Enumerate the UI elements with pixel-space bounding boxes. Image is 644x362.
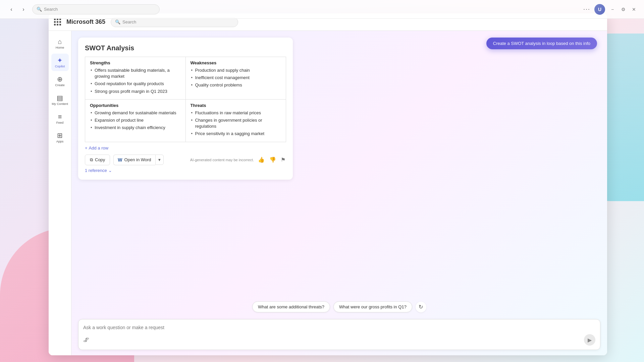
swot-weaknesses-cell: Weaknesses Production and supply chain I… [185,57,286,100]
chat-input[interactable] [83,323,595,331]
paperclip-icon: 🖇 [83,337,89,343]
my-content-icon: ▤ [57,95,63,101]
list-item: Quality control problems [191,82,281,88]
add-row-button[interactable]: + Add a row [85,145,286,150]
apps-icon: ⊞ [57,132,63,139]
copilot-icon: ✦ [57,57,63,64]
chevron-down-icon: ⌄ [108,168,112,173]
list-item: Good reputation for quality products [90,81,181,87]
sidebar-label-copilot: Copilot [55,64,65,68]
thumbs-up-button[interactable]: 👍 [257,156,265,164]
sidebar-label-my-content: My Content [52,102,68,106]
list-item: Investment in supply chain efficiency [90,125,181,131]
thumbs-down-button[interactable]: 👎 [269,156,277,164]
card-actions: ⧉ Copy W Open in Word ▾ AI- [85,155,286,165]
swot-opportunities-cell: Opportunities Growing demand for sustain… [85,99,186,142]
reference-section[interactable]: 1 reference ⌄ [85,168,286,173]
sidebar-item-home[interactable]: ⌂ Home [51,35,69,52]
list-item: Inefficient cost management [191,75,281,81]
search-icon: 🔍 [115,19,120,24]
sidebar-item-feed[interactable]: ≡ Feed [51,110,69,127]
sidebar: ⌂ Home ✦ Copilot ⊕ Create ▤ My Content ≡… [49,31,71,355]
forward-button[interactable]: › [19,5,28,14]
chat-input-footer: 🖇 ▶ [83,334,595,346]
copy-icon: ⧉ [90,157,93,163]
sidebar-label-feed: Feed [56,121,64,124]
browser-search-text: Search [44,7,58,12]
sidebar-item-apps[interactable]: ⊞ Apps [51,129,69,146]
waffle-menu-button[interactable] [54,18,61,25]
send-icon: ▶ [588,337,592,343]
suggestion-chip-threats[interactable]: What are some additional threats? [252,301,330,312]
copy-button[interactable]: ⧉ Copy [85,155,110,165]
opportunities-list: Growing demand for sustainable materials… [90,110,181,131]
list-item: Growing demand for sustainable materials [90,110,181,116]
sidebar-item-copilot[interactable]: ✦ Copilot [51,54,69,71]
send-button[interactable]: ▶ [584,334,595,346]
word-icon: W [118,157,122,163]
threats-list: Fluctuations in raw material prices Chan… [191,110,281,137]
chevron-down-icon: ▾ [158,157,161,162]
opportunities-header: Opportunities [90,103,181,108]
search-placeholder: Search [122,19,136,24]
swot-title: SWOT Analysis [85,44,286,52]
chat-input-box: 🖇 ▶ [78,319,600,350]
reference-label: 1 reference [85,168,107,173]
suggestions-row: What are some additional threats? What w… [71,298,607,316]
copy-label: Copy [95,157,105,162]
refresh-icon: ↻ [419,304,423,310]
settings-button[interactable]: ⚙ [620,6,627,13]
create-swot-loop-button[interactable]: Create a SWOT analysis in loop based on … [486,38,597,49]
app-window: Microsoft 365 🔍 Search ⌂ Home ✦ Copilot … [49,13,607,355]
open-word-button-group: W Open in Word ▾ [113,155,163,165]
app-title: Microsoft 365 [66,18,105,25]
browser-actions: ··· U − ⚙ ✕ [583,4,637,15]
browser-menu-button[interactable]: ··· [583,6,590,13]
avatar[interactable]: U [594,4,605,15]
feed-icon: ≡ [58,113,62,120]
swot-analysis-card: SWOT Analysis Strengths Offers sustainab… [78,38,293,180]
feedback-icons: 👍 👎 ⚑ [257,156,286,164]
browser-search-bar[interactable]: 🔍 Search [32,4,160,14]
open-in-word-button[interactable]: W Open in Word [113,155,155,165]
open-word-dropdown-button[interactable]: ▾ [155,155,164,165]
app-body: ⌂ Home ✦ Copilot ⊕ Create ▤ My Content ≡… [49,31,607,355]
content-area: Create a SWOT analysis in loop based on … [71,31,607,355]
flag-button[interactable]: ⚑ [280,156,286,164]
add-row-label: Add a row [89,145,109,150]
sidebar-label-create: Create [55,83,65,87]
sidebar-label-apps: Apps [56,139,64,143]
list-item: Price sensitivity in a sagging market [191,131,281,137]
attach-button[interactable]: 🖇 [83,337,89,344]
browser-nav-controls: ‹ › [7,5,28,14]
threats-header: Threats [191,103,281,108]
minimize-button[interactable]: − [609,6,616,13]
create-icon: ⊕ [57,76,63,82]
ai-notice: AI-generated content may be incorrect. [190,158,254,162]
list-item: Strong gross profit margin in Q1 2023 [90,88,181,95]
strengths-header: Strengths [90,60,181,65]
close-button[interactable]: ✕ [631,6,637,13]
plus-icon: + [85,145,88,150]
weaknesses-list: Production and supply chain Inefficient … [191,67,281,88]
swot-table: Strengths Offers sustainable building ma… [85,57,286,142]
sidebar-item-my-content[interactable]: ▤ My Content [51,91,69,109]
sidebar-item-create[interactable]: ⊕ Create [51,72,69,90]
swot-threats-cell: Threats Fluctuations in raw material pri… [185,99,286,142]
list-item: Expansion of product line [90,117,181,123]
list-item: Fluctuations in raw material prices [191,110,281,116]
chat-container: SWOT Analysis Strengths Offers sustainab… [71,31,607,298]
strengths-list: Offers sustainable building materials, a… [90,67,181,95]
search-icon: 🔍 [37,7,42,12]
refresh-suggestions-button[interactable]: ↻ [416,302,426,312]
weaknesses-header: Weaknesses [191,60,281,65]
list-item: Offers sustainable building materials, a… [90,67,181,79]
back-button[interactable]: ‹ [7,5,16,14]
sidebar-label-home: Home [56,46,64,49]
suggestion-chip-profits[interactable]: What were our gross profits in Q1? [333,301,412,312]
open-word-label: Open in Word [124,157,151,162]
swot-strengths-cell: Strengths Offers sustainable building ma… [85,57,186,100]
input-area: 🖇 ▶ [71,316,607,355]
browser-chrome: ‹ › 🔍 Search ··· U − ⚙ ✕ [0,0,644,19]
list-item: Changes in government policies or regula… [191,117,281,129]
